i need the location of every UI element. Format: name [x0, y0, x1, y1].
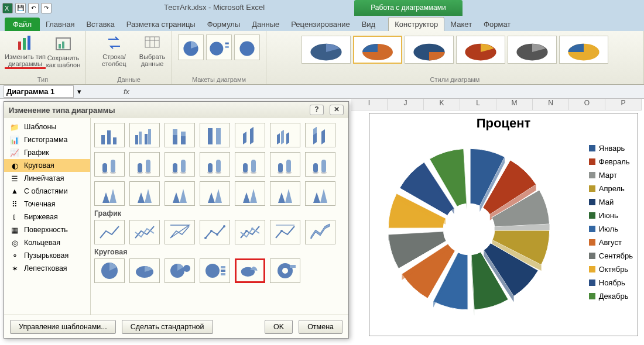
hist-thumb-0-4[interactable] — [235, 123, 265, 147]
hist-thumb-0-2[interactable] — [165, 123, 195, 147]
tab-insert[interactable]: Вставка — [80, 18, 120, 31]
manage-templates-button[interactable]: Управление шаблонами... — [10, 320, 116, 334]
line-thumb-5[interactable] — [270, 220, 300, 244]
tab-review[interactable]: Рецензирование — [285, 18, 355, 31]
cancel-button[interactable]: Отмена — [299, 320, 342, 334]
category-pie[interactable]: ◐Круговая — [4, 159, 90, 172]
tab-design[interactable]: Конструктор — [388, 17, 444, 31]
hist-thumb-1-3[interactable] — [200, 152, 230, 177]
legend-swatch-icon — [589, 185, 595, 192]
hist-thumb-1-2[interactable] — [165, 152, 195, 177]
hist-thumb-2-5[interactable] — [270, 181, 300, 206]
category-bar[interactable]: 📊Гистограмма — [4, 133, 90, 146]
layout-thumb-3[interactable] — [234, 34, 260, 60]
line-thumb-1[interactable] — [129, 220, 160, 244]
category-area[interactable]: ▲С областями — [4, 185, 90, 198]
layout-thumb-2[interactable] — [206, 34, 232, 60]
save-template-button[interactable]: Сохранить как шаблон — [46, 34, 81, 68]
hist-thumb-2-0[interactable] — [94, 181, 125, 206]
change-chart-type-button[interactable]: Изменить тип диаграммы — [5, 33, 46, 69]
col-n[interactable]: N — [533, 99, 569, 111]
layout-thumb-1[interactable] — [178, 34, 204, 60]
help-icon[interactable]: ? — [310, 105, 324, 115]
tab-format[interactable]: Формат — [478, 18, 516, 31]
name-box[interactable]: Диаграмма 1 — [4, 85, 74, 98]
tab-formulas[interactable]: Формулы — [201, 18, 246, 31]
ok-button[interactable]: OK — [265, 320, 293, 334]
pie-thumb-1[interactable] — [129, 258, 160, 283]
tab-home[interactable]: Главная — [40, 18, 80, 31]
line-thumb-4[interactable] — [235, 220, 265, 244]
category-radar[interactable]: ✶Лепестковая — [4, 262, 90, 275]
category-stock[interactable]: ⫿Биржевая — [4, 211, 90, 223]
tab-page-layout[interactable]: Разметка страницы — [121, 18, 201, 31]
col-i[interactable]: I — [351, 99, 388, 111]
pie-thumb-4[interactable] — [235, 258, 265, 283]
category-hbar[interactable]: ☰Линейчатая — [4, 172, 90, 185]
tab-file[interactable]: Файл — [5, 18, 40, 31]
fx-label[interactable]: fx — [124, 87, 129, 96]
select-data-label: Выбрать данные — [138, 53, 167, 67]
undo-icon[interactable]: ↶ — [28, 3, 39, 13]
tab-layout[interactable]: Макет — [444, 18, 478, 31]
svg-rect-42 — [138, 163, 142, 172]
col-p[interactable]: P — [605, 99, 642, 111]
set-default-button[interactable]: Сделать стандартной — [122, 320, 213, 334]
redo-icon[interactable]: ↷ — [41, 3, 52, 13]
category-folder[interactable]: 📁Шаблоны — [4, 120, 90, 133]
category-line[interactable]: 📈График — [4, 146, 90, 159]
style-thumb-5[interactable] — [508, 36, 557, 64]
hbar-icon: ☰ — [10, 174, 19, 182]
hist-thumb-0-3[interactable] — [200, 123, 230, 147]
switch-rowcol-button[interactable]: Строка/столбец — [91, 33, 138, 67]
col-o[interactable]: O — [569, 99, 605, 111]
col-j[interactable]: J — [388, 99, 424, 111]
hist-thumb-1-5[interactable] — [270, 152, 300, 177]
hist-thumb-0-5[interactable] — [270, 123, 300, 147]
style-thumb-6[interactable] — [559, 36, 608, 64]
line-thumb-2[interactable] — [165, 220, 195, 244]
col-l[interactable]: L — [460, 99, 496, 111]
style-thumb-3[interactable] — [405, 36, 454, 64]
tab-view[interactable]: Вид — [356, 18, 382, 31]
hist-thumb-2-4[interactable] — [235, 181, 265, 206]
style-thumb-1[interactable] — [302, 36, 351, 64]
legend-item-7: Август — [589, 238, 633, 247]
line-thumb-3[interactable] — [200, 220, 230, 244]
select-data-button[interactable]: Выбрать данные — [138, 33, 167, 67]
pie-thumb-0[interactable] — [94, 258, 125, 283]
hist-thumb-1-0[interactable] — [94, 152, 125, 177]
hist-thumb-0-6[interactable] — [305, 123, 335, 147]
category-scatter[interactable]: ⠿Точечная — [4, 198, 90, 211]
svg-rect-23 — [101, 135, 105, 144]
save-icon[interactable]: 💾 — [15, 3, 26, 13]
hist-thumb-2-6[interactable] — [305, 181, 335, 206]
style-thumb-4[interactable] — [456, 36, 505, 64]
col-m[interactable]: M — [496, 99, 533, 111]
svg-rect-27 — [139, 132, 142, 144]
close-icon[interactable]: ✕ — [330, 105, 344, 115]
hist-thumb-1-4[interactable] — [235, 152, 265, 177]
embedded-chart[interactable]: Процент ЯнварьФевральМартАпрельМайИюньИю… — [369, 113, 638, 336]
hist-thumb-2-1[interactable] — [129, 181, 160, 206]
line-thumb-6[interactable] — [305, 220, 335, 244]
namebox-dropdown-icon[interactable]: ▾ — [77, 87, 81, 96]
hist-thumb-1-1[interactable] — [129, 152, 160, 177]
hist-thumb-2-2[interactable] — [165, 181, 195, 206]
col-k[interactable]: K — [424, 99, 460, 111]
pie-thumb-3[interactable] — [200, 258, 230, 283]
hist-thumb-1-6[interactable] — [305, 152, 335, 177]
category-surface[interactable]: ▦Поверхность — [4, 223, 90, 236]
category-bubble[interactable]: ⚬Пузырьковая — [4, 249, 90, 262]
category-donut[interactable]: ◎Кольцевая — [4, 236, 90, 249]
pie-thumb-2[interactable] — [165, 258, 195, 283]
line-thumb-0[interactable] — [94, 220, 125, 244]
hist-thumb-2-3[interactable] — [200, 181, 230, 206]
style-thumb-2-selected[interactable] — [353, 36, 402, 64]
ribbon: Изменить тип диаграммы Сохранить как шаб… — [0, 31, 644, 85]
legend-item-0: Январь — [589, 144, 633, 153]
hist-thumb-0-0[interactable] — [94, 123, 125, 147]
tab-data[interactable]: Данные — [246, 18, 285, 31]
hist-thumb-0-1[interactable] — [129, 123, 160, 147]
pie-thumb-5[interactable] — [270, 258, 300, 283]
